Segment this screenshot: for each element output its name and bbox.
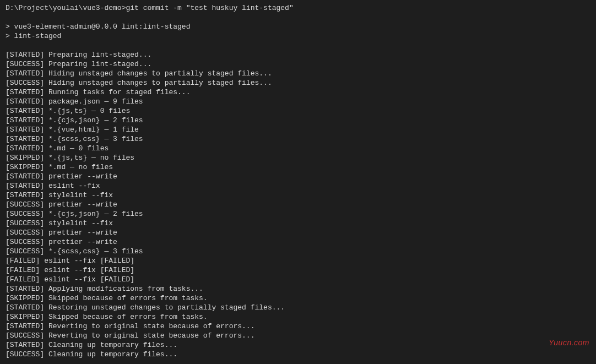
log-line: [SUCCESS] *.{cjs,json} — 2 files	[6, 209, 590, 219]
log-line: [STARTED] prettier --write	[6, 172, 590, 181]
log-line: [STARTED] Preparing lint-staged...	[6, 50, 590, 59]
blank-line	[6, 41, 590, 50]
log-line: [STARTED] Reverting to original state be…	[6, 322, 590, 331]
log-line: [FAILED] eslint --fix [FAILED]	[6, 256, 590, 265]
log-line: [SUCCESS] Preparing lint-staged...	[6, 59, 590, 69]
watermark-text: Yuucn.com	[549, 338, 589, 347]
log-line: [STARTED] *.md — 0 files	[6, 144, 590, 153]
log-output-container: [STARTED] Preparing lint-staged...[SUCCE…	[6, 50, 590, 359]
log-line: [SUCCESS] Cleaning up temporary files...	[6, 350, 590, 359]
log-line: [SUCCESS] prettier --write	[6, 200, 590, 209]
log-line: [STARTED] *.{scss,css} — 3 files	[6, 134, 590, 144]
command-prompt-line: D:\Project\youlai\vue3-demo>git commit -…	[6, 3, 590, 13]
log-line: [STARTED] *.{vue,html} — 1 file	[6, 125, 590, 134]
log-line: [STARTED] *.{js,ts} — 0 files	[6, 106, 590, 116]
log-line: [SKIPPED] *.{js,ts} — no files	[6, 153, 590, 162]
log-line: [STARTED] Restoring unstaged changes to …	[6, 303, 590, 312]
log-line: [SUCCESS] prettier --write	[6, 237, 590, 247]
log-line: [STARTED] package.json — 9 files	[6, 97, 590, 106]
script-output-container: > vue3-element-admin@0.0.0 lint:lint-sta…	[6, 22, 590, 41]
log-line: [FAILED] eslint --fix [FAILED]	[6, 275, 590, 284]
log-line: [STARTED] Hiding unstaged changes to par…	[6, 69, 590, 78]
script-line: > lint-staged	[6, 31, 590, 41]
log-line: [SUCCESS] *.{scss,css} — 3 files	[6, 247, 590, 256]
log-line: [SKIPPED] *.md — no files	[6, 162, 590, 172]
log-line: [STARTED] Cleaning up temporary files...	[6, 340, 590, 350]
log-line: [SUCCESS] stylelint --fix	[6, 219, 590, 228]
blank-line	[6, 13, 590, 22]
log-line: [FAILED] eslint --fix [FAILED]	[6, 265, 590, 275]
log-line: [SKIPPED] Skipped because of errors from…	[6, 294, 590, 303]
log-line: [SKIPPED] Skipped because of errors from…	[6, 312, 590, 322]
script-line: > vue3-element-admin@0.0.0 lint:lint-sta…	[6, 22, 590, 31]
log-line: [SUCCESS] prettier --write	[6, 228, 590, 237]
log-line: [SUCCESS] Reverting to original state be…	[6, 331, 590, 340]
log-line: [STARTED] Running tasks for staged files…	[6, 88, 590, 97]
log-line: [SUCCESS] Hiding unstaged changes to par…	[6, 78, 590, 88]
log-line: [STARTED] eslint --fix	[6, 181, 590, 191]
log-line: [STARTED] Applying modifications from ta…	[6, 284, 590, 294]
log-line: [STARTED] *.{cjs,json} — 2 files	[6, 116, 590, 125]
log-line: [STARTED] stylelint --fix	[6, 191, 590, 200]
